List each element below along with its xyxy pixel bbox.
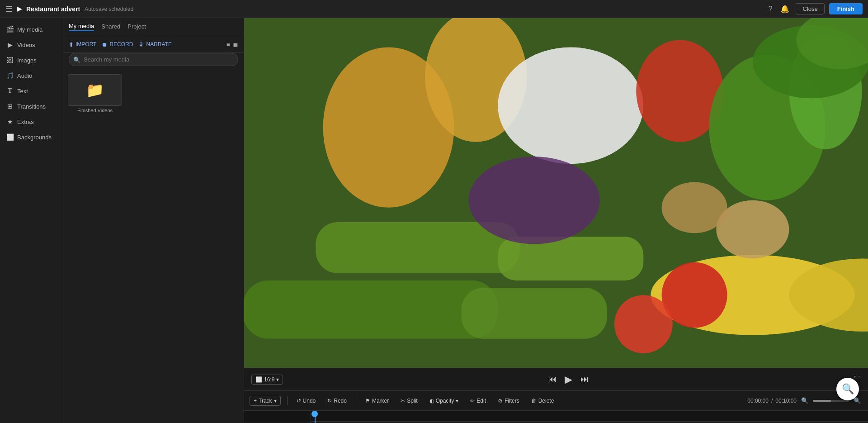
import-icon: ⬆ <box>69 41 74 48</box>
fab-button[interactable]: 🔍 <box>836 378 859 400</box>
time-separator: / <box>771 398 773 404</box>
aspect-ratio-label: 16:9 <box>264 376 274 383</box>
svg-rect-18 <box>244 280 498 339</box>
redo-button[interactable]: ↻ Redo <box>325 396 349 405</box>
edit-icon: ✏ <box>470 398 475 404</box>
split-button[interactable]: ✂ Split <box>398 396 420 405</box>
skip-forward-button[interactable]: ⏭ <box>580 375 589 384</box>
preview-left: ⬜ 16:9 ▾ <box>251 375 283 385</box>
aspect-ratio-button[interactable]: ⬜ 16:9 ▾ <box>251 375 283 385</box>
preview-video <box>244 18 868 368</box>
narrate-icon: 🎙 <box>138 41 144 48</box>
preview-area: ⬜ 16:9 ▾ ⏮ ▶ ⏭ ⛶ <box>244 18 868 390</box>
filters-label: Filters <box>505 398 519 404</box>
record-icon: ⏺ <box>102 41 108 48</box>
timeline-ruler: 00:00:50 00:01:00 00:01:50 00:02:00 00:0… <box>311 411 868 422</box>
marker-icon: ⚑ <box>365 398 370 404</box>
finish-button[interactable]: Finish <box>829 3 863 14</box>
opacity-button[interactable]: ◐ Opacity ▾ <box>427 396 462 405</box>
sidebar-item-label: Images <box>17 57 37 64</box>
sidebar-item-label: Transitions <box>17 103 46 110</box>
media-folder-finished-videos[interactable]: 📁 Finished Videos <box>68 74 122 113</box>
edit-button[interactable]: ✏ Edit <box>467 396 489 405</box>
sidebar-item-transitions[interactable]: ⊞ Transitions <box>0 99 63 114</box>
media-tabs: My media Shared Project <box>63 18 244 36</box>
track-chevron-icon: ▾ <box>274 398 277 404</box>
preview-controls: ⬜ 16:9 ▾ ⏮ ▶ ⏭ ⛶ <box>244 368 868 390</box>
import-button[interactable]: ⬆ IMPORT <box>69 41 96 48</box>
filters-button[interactable]: ⚙ Filters <box>495 396 522 405</box>
timeline-area: + Track ▾ ↺ Undo ↻ Redo ⚑ Marker <box>244 390 868 423</box>
tab-my-media[interactable]: My media <box>69 23 94 31</box>
timeline-zoom-slider[interactable] <box>813 400 849 402</box>
svg-point-14 <box>716 200 789 259</box>
sidebar-item-images[interactable]: 🖼 Images <box>0 52 63 68</box>
media-panel: My media Shared Project ⬆ IMPORT ⏺ RECOR… <box>63 18 244 423</box>
audio-icon: 🎵 <box>6 72 14 79</box>
time-current: 00:00:00 <box>747 398 769 404</box>
sidebar-item-backgrounds[interactable]: ⬜ Backgrounds <box>0 129 63 145</box>
svg-rect-19 <box>462 288 607 339</box>
marker-button[interactable]: ⚑ Marker <box>363 396 392 405</box>
track-label: Track <box>259 398 272 404</box>
svg-point-13 <box>469 157 600 244</box>
sidebar-item-my-media[interactable]: 🎬 My media <box>0 22 63 37</box>
timeline-scroll-area[interactable]: 00:00:50 00:01:00 00:01:50 00:02:00 00:0… <box>311 411 868 423</box>
top-bar-left: ☰ ▶ Restaurant advert Autosave scheduled <box>5 4 133 14</box>
search-input[interactable] <box>69 53 238 66</box>
sort-asc-button[interactable]: ≡ <box>226 41 230 48</box>
record-label: RECORD <box>109 41 133 48</box>
aspect-chevron-icon: ▾ <box>276 376 279 383</box>
opacity-label: Opacity <box>436 398 454 404</box>
main-area: 🎬 My media ▶ Videos 🖼 Images 🎵 Audio T T… <box>0 18 868 423</box>
add-track-button[interactable]: + Track ▾ <box>250 396 281 406</box>
timeline-search-button[interactable]: 🔍 <box>799 395 810 406</box>
svg-point-12 <box>614 295 673 353</box>
undo-label: Undo <box>303 398 316 404</box>
videos-icon: ▶ <box>6 41 14 48</box>
toolbar-divider-2 <box>356 396 356 405</box>
help-button[interactable]: ? <box>767 3 774 15</box>
sidebar-item-extras[interactable]: ★ Extras <box>0 114 63 129</box>
timeline-tracks: Text 1 ⋮ 🔊 Video track 1 ⋮ <box>244 411 868 423</box>
record-button[interactable]: ⏺ RECORD <box>102 41 133 48</box>
undo-button[interactable]: ↺ Undo <box>294 396 319 405</box>
backgrounds-icon: ⬜ <box>6 133 14 141</box>
tab-project[interactable]: Project <box>127 23 146 31</box>
hamburger-icon[interactable]: ☰ <box>5 4 13 14</box>
split-label: Split <box>407 398 417 404</box>
filters-icon: ⚙ <box>498 398 503 404</box>
opacity-chevron-icon: ▾ <box>456 398 458 404</box>
sidebar-item-audio[interactable]: 🎵 Audio <box>0 68 63 83</box>
close-button[interactable]: Close <box>796 3 824 14</box>
my-media-icon: 🎬 <box>6 26 14 33</box>
delete-icon: 🗑 <box>531 398 537 404</box>
media-actions: ⬆ IMPORT ⏺ RECORD 🎙 NARRATE ≡ ≣ <box>63 36 244 53</box>
text-icon: T <box>6 87 14 95</box>
media-content: 📁 Finished Videos <box>63 70 244 423</box>
timeline-toolbar: + Track ▾ ↺ Undo ↻ Redo ⚑ Marker <box>244 391 868 411</box>
add-icon: + <box>254 398 257 404</box>
transitions-icon: ⊞ <box>6 103 14 110</box>
project-title: Restaurant advert <box>26 5 80 13</box>
time-total: 00:10:00 <box>775 398 797 404</box>
delete-button[interactable]: 🗑 Delete <box>528 396 557 405</box>
sidebar-item-text[interactable]: T Text <box>0 83 63 99</box>
sort-desc-button[interactable]: ≣ <box>233 41 238 48</box>
svg-point-15 <box>662 182 727 233</box>
search-icon: 🔍 <box>73 56 80 63</box>
play-button[interactable]: ▶ <box>565 374 572 385</box>
sidebar-item-videos[interactable]: ▶ Videos <box>0 37 63 52</box>
narrate-label: NARRATE <box>146 41 171 48</box>
notification-button[interactable]: 🔔 <box>778 3 791 15</box>
tab-shared[interactable]: Shared <box>101 23 120 31</box>
svg-point-3 <box>498 47 643 164</box>
import-label: IMPORT <box>75 41 96 48</box>
narrate-button[interactable]: 🎙 NARRATE <box>138 41 171 48</box>
skip-back-button[interactable]: ⏮ <box>548 375 557 384</box>
app-logo: ▶ <box>17 5 22 12</box>
preview-canvas <box>244 18 868 368</box>
edit-label: Edit <box>476 398 486 404</box>
content-area: ⬜ 16:9 ▾ ⏮ ▶ ⏭ ⛶ + <box>244 18 868 423</box>
autosave-label: Autosave scheduled <box>85 6 133 12</box>
